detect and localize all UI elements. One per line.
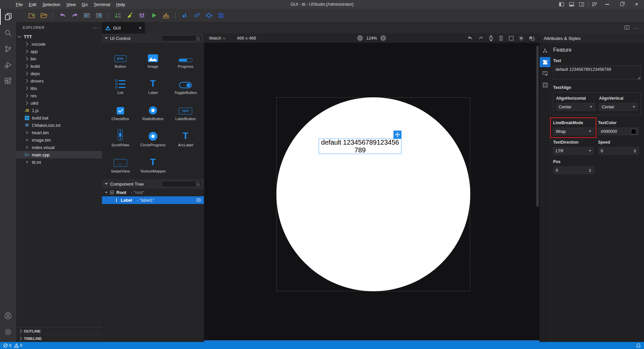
activity-source-control-icon[interactable] bbox=[0, 41, 16, 57]
explorer-more-actions-icon[interactable]: ··· bbox=[93, 25, 99, 31]
palette-item-label[interactable]: TLabel bbox=[137, 72, 169, 96]
download-package-icon[interactable] bbox=[162, 11, 170, 19]
gears-icon[interactable] bbox=[193, 11, 201, 19]
minimize-button[interactable] bbox=[600, 0, 614, 9]
open-folder-icon[interactable] bbox=[40, 11, 48, 19]
activity-explorer-icon[interactable] bbox=[0, 9, 16, 25]
toggle-sidebar-icon[interactable] bbox=[556, 0, 567, 9]
menu-view[interactable]: View bbox=[63, 2, 79, 7]
chart-icon[interactable] bbox=[180, 11, 189, 19]
notifications-bell-icon[interactable] bbox=[636, 343, 641, 348]
customize-layout-icon[interactable] bbox=[590, 0, 600, 9]
tree-item-deps[interactable]: deps bbox=[16, 70, 102, 77]
palette-item-button[interactable]: BTNButton bbox=[104, 46, 137, 70]
textdirection-dropdown[interactable]: LTR bbox=[553, 147, 594, 155]
align-vertical-dropdown[interactable]: Center bbox=[599, 103, 638, 111]
zoom-out-button[interactable] bbox=[357, 35, 363, 41]
ui-control-header[interactable]: UI Control bbox=[102, 34, 204, 43]
tree-item-uikit[interactable]: uikit bbox=[16, 99, 102, 107]
tab-gui[interactable]: GUI × bbox=[102, 22, 145, 34]
palette-item-scrollview[interactable]: ScrollView bbox=[104, 125, 137, 148]
canvas-body[interactable]: default 123456789123456 789 bbox=[204, 43, 539, 342]
tree-item-heartbin[interactable]: ≡heart.bin bbox=[16, 129, 102, 136]
component-row-root[interactable]: Root - "root" bbox=[102, 189, 204, 196]
canvas-redo-icon[interactable] bbox=[478, 36, 484, 40]
brightness-icon[interactable] bbox=[519, 36, 524, 41]
tree-item-app[interactable]: app bbox=[16, 48, 102, 55]
settings-gear-icon[interactable] bbox=[0, 324, 16, 340]
text-value-input[interactable]: default 123456789123456789 bbox=[553, 65, 641, 80]
clean-icon[interactable] bbox=[125, 11, 134, 19]
info-card-icon[interactable] bbox=[540, 68, 550, 79]
toggle-right-sidebar-icon[interactable] bbox=[577, 0, 587, 9]
pos-spinner[interactable]: 0 bbox=[553, 166, 594, 174]
tree-item-ttt[interactable]: TTT bbox=[16, 33, 102, 40]
timeline-section[interactable]: TIMELINE bbox=[16, 335, 102, 342]
resize-grip-icon[interactable] bbox=[638, 77, 640, 79]
restore-button[interactable] bbox=[614, 0, 629, 9]
textcolor-field[interactable]: #000000 bbox=[598, 128, 639, 135]
tree-item-res[interactable]: res bbox=[16, 92, 102, 99]
canvas-label-widget[interactable]: default 123456789123456 789 bbox=[319, 139, 401, 154]
tree-item-buildbat[interactable]: build.bat bbox=[16, 114, 102, 121]
toggle-panel-icon[interactable] bbox=[567, 0, 577, 9]
hierarchy-icon[interactable] bbox=[540, 46, 550, 56]
activity-extensions-icon[interactable] bbox=[0, 73, 16, 89]
canvas-vertical-scrollbar[interactable] bbox=[536, 46, 539, 207]
palette-item-image[interactable]: Image bbox=[137, 46, 169, 70]
split-editor-icon[interactable] bbox=[625, 26, 629, 31]
device-dropdown[interactable]: Watch bbox=[209, 36, 225, 41]
watch-preview-icon[interactable] bbox=[489, 36, 493, 41]
visibility-eye-icon[interactable] bbox=[196, 198, 201, 202]
more-actions-icon[interactable]: ··· bbox=[634, 26, 639, 31]
tree-item-drivers[interactable]: drivers bbox=[16, 77, 102, 85]
rotate-screen-icon[interactable] bbox=[498, 36, 504, 41]
tree-item-libs[interactable]: libs bbox=[16, 85, 102, 92]
menu-selection[interactable]: Selection bbox=[39, 2, 63, 7]
palette-item-labelbutton[interactable]: TEXTLabelButton bbox=[169, 99, 202, 122]
visual-diamond-icon[interactable] bbox=[205, 11, 213, 19]
color-swatch[interactable] bbox=[631, 129, 636, 134]
outline-section[interactable]: OUTLINE bbox=[16, 327, 102, 335]
tree-item-build[interactable]: build bbox=[16, 62, 102, 70]
menu-edit[interactable]: Edit bbox=[26, 2, 39, 7]
watch-screen[interactable] bbox=[276, 97, 470, 291]
import-view-icon[interactable] bbox=[83, 11, 91, 19]
tree-item-tttini[interactable]: ≡ttt.ini bbox=[16, 158, 102, 166]
canvas-undo-icon[interactable] bbox=[467, 36, 473, 40]
sort-numeric-icon[interactable]: 0110 bbox=[113, 11, 122, 19]
problems-status[interactable]: 0 0 bbox=[3, 343, 22, 348]
tune-icon[interactable] bbox=[138, 11, 146, 19]
spinner-arrows-icon[interactable] bbox=[589, 169, 591, 172]
component-tree-header[interactable]: Component Tree bbox=[102, 179, 204, 189]
tree-item-1js[interactable]: JS1.js bbox=[16, 107, 102, 114]
palette-item-togglebutton[interactable]: ToggleButton bbox=[169, 72, 202, 96]
close-button[interactable]: × bbox=[629, 0, 644, 9]
palette-item-checkbox[interactable]: CheckBox bbox=[104, 99, 137, 122]
palette-item-list[interactable]: List bbox=[104, 72, 137, 96]
tree-item-imagebin[interactable]: ≡image.bin bbox=[16, 136, 102, 144]
account-icon[interactable] bbox=[0, 308, 16, 324]
speed-spinner[interactable]: 0 bbox=[598, 147, 639, 155]
feature-puzzle-icon[interactable] bbox=[540, 57, 550, 67]
export-view-icon[interactable] bbox=[95, 11, 103, 19]
tree-item-maincpp[interactable]: C+main.cpp bbox=[16, 151, 102, 158]
move-handle[interactable] bbox=[393, 131, 401, 139]
menu-terminal[interactable]: Terminal bbox=[91, 2, 113, 7]
menu-go[interactable]: Go bbox=[79, 2, 91, 7]
activity-run-debug-icon[interactable] bbox=[0, 57, 16, 73]
tree-item-bin[interactable]: bin bbox=[16, 55, 102, 62]
menu-file[interactable]: File bbox=[13, 2, 26, 7]
align-horizontal-dropdown[interactable]: Center bbox=[556, 103, 595, 111]
component-row-label1[interactable]: Label - "label1" bbox=[102, 196, 204, 204]
activity-search-icon[interactable] bbox=[0, 25, 16, 41]
palette-item-texturemapper[interactable]: TTextureMapper bbox=[137, 151, 169, 174]
component-tree-search-input[interactable] bbox=[163, 182, 196, 186]
palette-item-arclabel[interactable]: TArcLabel bbox=[169, 125, 202, 148]
tree-item-cmakelists[interactable]: MCMakeLists.txt bbox=[16, 121, 102, 129]
ui-control-search-input[interactable] bbox=[163, 36, 196, 40]
new-folder-icon[interactable] bbox=[28, 11, 36, 19]
redo-icon[interactable] bbox=[70, 11, 79, 19]
frame-square-icon[interactable] bbox=[540, 80, 550, 90]
tree-item-indexvisual[interactable]: ≡index.visual bbox=[16, 144, 102, 151]
